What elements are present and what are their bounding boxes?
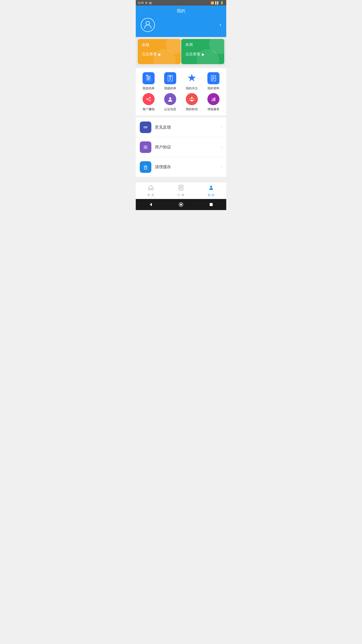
agreement-label: 用户协议 [155, 145, 217, 150]
profile-arrow[interactable]: › [219, 22, 221, 28]
clear-cache-arrow-icon: › [221, 165, 222, 169]
svg-marker-7 [188, 74, 196, 82]
mine-label: 我 的 [208, 193, 215, 197]
vip-label: 增值服务 [207, 107, 219, 111]
status-left: 6:34 ⚙ ▤ [138, 1, 152, 5]
home-icon [148, 185, 154, 192]
orders-label: 订 单 [177, 193, 185, 197]
svg-point-23 [193, 98, 194, 99]
agreement-arrow-icon: › [221, 145, 222, 149]
svg-point-0 [146, 21, 150, 25]
svg-rect-28 [214, 98, 215, 101]
my-orders-label: 我发的单 [143, 86, 155, 91]
sys-home-button[interactable] [177, 201, 185, 208]
favorites-label: 我的关注 [186, 86, 198, 91]
bottom-nav: 首 页 订 单 我 的 [136, 182, 226, 199]
weekly-arrow-icon: ▶ [202, 52, 205, 56]
svg-point-48 [210, 186, 212, 188]
clear-cache-icon [140, 161, 151, 173]
svg-point-15 [150, 100, 151, 101]
user-icon [144, 20, 152, 30]
sys-back-button[interactable] [147, 201, 154, 208]
wifi-icon: 📶 [211, 1, 214, 5]
balance-action[interactable]: 点击查看 ▶ [142, 52, 177, 57]
svg-rect-27 [213, 99, 214, 101]
certification-icon [164, 93, 176, 105]
received-orders-icon [164, 72, 176, 84]
svg-point-13 [147, 99, 148, 100]
status-right: 📶 ▌▌ 🔋 [211, 1, 224, 5]
icon-item-certification[interactable]: 认证信息 [159, 93, 181, 111]
my-orders-icon [143, 72, 155, 84]
feedback-icon [140, 122, 151, 133]
my-profile-label: 我的资料 [207, 86, 219, 91]
weekly-action[interactable]: 点击查看 ▶ [185, 52, 220, 57]
svg-marker-49 [150, 203, 152, 206]
agreement-icon [140, 141, 151, 153]
signal-icon: ▌▌ [215, 1, 219, 4]
svg-rect-26 [212, 100, 212, 101]
feedback-arrow-icon: › [221, 125, 222, 130]
avatar[interactable] [141, 18, 155, 32]
svg-point-51 [180, 204, 182, 206]
icon-item-favorites[interactable]: 我的关注 [181, 72, 203, 91]
vip-icon [207, 93, 219, 105]
svg-point-19 [169, 97, 171, 99]
mine-icon [208, 185, 214, 192]
settings-icon: ⚙ [145, 1, 148, 5]
sys-recent-button[interactable] [208, 201, 215, 208]
my-profile-icon [207, 72, 219, 84]
status-bar: 6:34 ⚙ ▤ 📶 ▌▌ 🔋 [136, 0, 226, 6]
svg-rect-5 [146, 75, 148, 76]
clear-cache-label: 清理缓存 [155, 165, 217, 170]
balance-card[interactable]: 余额 点击查看 ▶ [138, 39, 181, 64]
sys-nav-bar [136, 199, 226, 210]
icon-item-fans[interactable]: 我的粉丝 [181, 93, 203, 111]
nav-mine[interactable]: 我 的 [196, 182, 226, 199]
icon-item-profile[interactable]: 我的资料 [203, 72, 224, 91]
balance-label: 余额 [142, 43, 177, 47]
page-title: 我的 [140, 8, 222, 14]
home-label: 首 页 [147, 193, 154, 197]
agreement-item[interactable]: 用户协议 › [136, 137, 226, 157]
balance-arrow-icon: ▶ [158, 52, 161, 56]
promote-label: 推广赚钱 [143, 107, 155, 111]
nav-orders[interactable]: 订 单 [166, 182, 196, 199]
sim-icon: ▤ [149, 1, 152, 5]
svg-point-22 [190, 98, 191, 99]
icon-item-my-orders[interactable]: 我发的单 [138, 72, 159, 91]
icon-grid: 我发的单 我接的单 我的关注 [136, 68, 226, 115]
svg-rect-38 [143, 165, 148, 170]
cards-row: 余额 点击查看 ▶ 本周 点击查看 ▶ [136, 37, 226, 66]
favorites-icon [186, 72, 198, 84]
promote-icon [143, 93, 155, 105]
icon-item-vip[interactable]: 增值服务 [203, 93, 224, 111]
feedback-label: 意见反馈 [155, 125, 217, 130]
weekly-card[interactable]: 本周 点击查看 ▶ [181, 39, 224, 64]
clear-cache-item[interactable]: 清理缓存 › [136, 157, 226, 177]
feedback-item[interactable]: 意见反馈 › [136, 117, 226, 137]
svg-rect-52 [210, 203, 213, 206]
weekly-label: 本周 [185, 43, 220, 47]
fans-label: 我的粉丝 [186, 107, 198, 111]
battery-icon: 🔋 [220, 1, 224, 5]
icon-item-received-orders[interactable]: 我接的单 [159, 72, 181, 91]
received-orders-label: 我接的单 [164, 86, 176, 91]
icon-item-promote[interactable]: 推广赚钱 [138, 93, 159, 111]
profile-section[interactable]: › [140, 18, 222, 32]
svg-point-14 [150, 97, 151, 98]
status-time: 6:34 [138, 1, 144, 4]
certification-label: 认证信息 [164, 107, 176, 111]
list-section: 意见反馈 › 用户协议 › 清理缓存 › [136, 117, 226, 177]
nav-home[interactable]: 首 页 [136, 182, 166, 199]
spacer [136, 177, 226, 182]
svg-point-29 [215, 98, 215, 98]
fans-icon [186, 93, 198, 105]
orders-icon [178, 185, 184, 192]
header: 我的 › [136, 6, 226, 37]
